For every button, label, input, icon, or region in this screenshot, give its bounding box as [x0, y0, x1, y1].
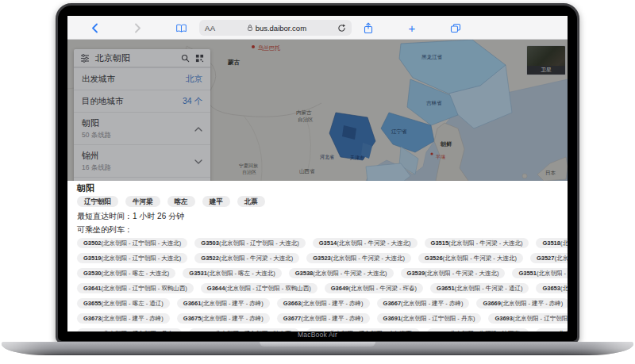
city-item-jinzhou[interactable]: 锦州 16 条线路	[74, 144, 210, 177]
share-icon	[364, 22, 373, 34]
search-query[interactable]: 北京朝阳	[95, 52, 175, 64]
station-tags: 辽宁朝阳 牛河梁 喀左 建平 北票	[77, 196, 558, 207]
train-chip[interactable]: G3538(北京朝阳 - 牛河梁 - 大连北)	[289, 268, 394, 278]
train-chip-row: G3641(北京朝阳 - 辽宁朝阳 - 双鸭山西)G3644(北京朝阳 - 辽宁…	[77, 283, 558, 293]
laptop-screen-frame: AA bus.daibor.com +	[56, 3, 579, 343]
city-item-chaoyang[interactable]: 朝阳 50 条线路	[74, 112, 210, 144]
station-tag[interactable]: 牛河梁	[125, 196, 160, 207]
station-tag[interactable]: 喀左	[167, 196, 195, 207]
train-chip[interactable]: G3675(北京朝阳 - 建平 - 赤峰)	[177, 313, 270, 324]
train-chip[interactable]: G3644(北京朝阳 - 辽宁朝阳 - 双鸭山西)	[201, 283, 318, 293]
station-tag[interactable]: 北票	[237, 196, 265, 207]
train-chip[interactable]: G3539(北京朝阳 - 牛河梁 - 大连北)	[401, 268, 506, 278]
chevron-right-icon	[134, 23, 141, 33]
train-chip[interactable]: G3661(北京朝阳 - 建平 - 赤峰)	[177, 298, 270, 308]
train-chip[interactable]: G3519(北京朝阳 - 辽宁朝阳 - 大连北)	[77, 253, 187, 263]
share-button[interactable]	[361, 16, 375, 40]
train-chip[interactable]: G3523(北京朝阳 - 牛河梁 - 大连北)	[306, 253, 411, 263]
search-icon[interactable]	[181, 54, 190, 63]
train-chip[interactable]: G3503(北京朝阳 - 辽宁朝阳 - 大连北)	[194, 238, 305, 248]
train-chip-rows: G3502(北京朝阳 - 辽宁朝阳 - 大连北)G3503(北京朝阳 - 辽宁朝…	[77, 238, 558, 331]
tabs-button[interactable]	[448, 16, 463, 40]
map-label: 吉林省	[426, 100, 442, 106]
city-name: 朝阳	[82, 117, 194, 129]
train-chip[interactable]: G3691(北京朝阳 - 辽宁朝阳 - 丹东)	[377, 313, 482, 324]
train-chip[interactable]: G3641(北京朝阳 - 辽宁朝阳 - 双鸭山西)	[77, 283, 194, 293]
train-chip[interactable]: G3663(北京朝阳 - 建平 - 赤峰)	[277, 298, 370, 308]
train-chip[interactable]: G3651(北京朝阳 - 牛河梁 - 通辽)	[430, 283, 529, 293]
departure-city-row[interactable]: 出发城市 北京	[74, 67, 210, 90]
lock-icon	[247, 24, 253, 32]
train-chip[interactable]: G3653(北京朝阳 - 辽宁朝阳 - 通辽)	[536, 283, 568, 293]
destination-count-label: 目的地城市	[82, 96, 124, 107]
back-button[interactable]	[88, 16, 101, 40]
train-chip[interactable]: G3673(北京朝阳 - 建平 - 赤峰)	[77, 313, 170, 324]
city-route-count: 16 条线路	[82, 163, 194, 173]
train-chip-row: G3530(北京朝阳 - 喀左 - 大连北)G3531(北京朝阳 - 喀左 - …	[77, 268, 558, 278]
train-chip[interactable]: G3502(北京朝阳 - 辽宁朝阳 - 大连北)	[77, 238, 187, 248]
map-label: 天津市	[350, 155, 364, 160]
map-label: 河北省	[320, 154, 334, 160]
reader-button[interactable]: AA	[205, 24, 216, 33]
satellite-label: 卫星	[527, 66, 565, 75]
satellite-toggle[interactable]: 卫星	[526, 45, 566, 75]
train-chip[interactable]: G3667(北京朝阳 - 建平 - 赤峰)	[377, 298, 470, 308]
browser-toolbar: AA bus.daibor.com +	[67, 16, 568, 40]
train-chip[interactable]: G3518(北京朝阳 - 辽宁朝阳 - 大连北)	[536, 238, 568, 248]
trains-list-label: 可乘坐的列车：	[77, 225, 558, 235]
train-chip[interactable]: G3669(北京朝阳 - 建平 - 赤峰)	[476, 298, 568, 308]
browser-window: AA bus.daibor.com +	[67, 16, 568, 331]
sidebar-header: 北京朝阳	[74, 49, 210, 67]
station-tag[interactable]: 辽宁朝阳	[77, 196, 118, 207]
device-label: MacBook Air	[58, 331, 577, 339]
train-chip[interactable]: G3527(北京朝阳 - 牛河梁 - 大连北)	[530, 253, 568, 263]
map-label: 平壤	[436, 154, 445, 159]
train-chip[interactable]: G3531(北京朝阳 - 喀左 - 大连北)	[183, 268, 281, 278]
new-tab-button[interactable]: +	[406, 16, 418, 40]
details-city-title: 朝阳	[77, 183, 558, 193]
city-item-dalian[interactable]: 大连 18 条线路	[74, 177, 210, 181]
station-tag[interactable]: 建平	[202, 196, 230, 207]
map-label: 乌兰巴托	[258, 45, 280, 51]
map-label: 内蒙古	[296, 109, 312, 116]
map-label: 宁夏回族	[239, 163, 258, 169]
bookmarks-button[interactable]	[174, 16, 188, 40]
train-chip[interactable]: G3693(北京朝阳 - 辽宁朝阳 - 丹东)	[488, 313, 568, 324]
route-details-panel: 朝阳 辽宁朝阳 牛河梁 喀左 建平 北票 最短直达时间：1 小时 26 分钟 可…	[67, 181, 568, 331]
pyongyang-marker	[430, 152, 433, 155]
map-label: 自治区	[242, 169, 256, 175]
train-chip[interactable]: G3530(北京朝阳 - 喀左 - 大连北)	[77, 268, 175, 278]
train-chip[interactable]: G3515(北京朝阳 - 牛河梁 - 大连北)	[425, 238, 529, 248]
map-label: 山西省	[299, 168, 315, 174]
train-chip[interactable]: G3526(北京朝阳 - 牛河梁 - 大连北)	[418, 253, 523, 263]
train-chip[interactable]: G3677(北京朝阳 - 建平 - 赤峰)	[277, 313, 370, 324]
grid-icon[interactable]	[195, 54, 204, 63]
train-chip[interactable]: G3551(北京朝阳 - 喀左 - 鞍山西)	[512, 268, 568, 278]
route-sidebar: 北京朝阳 出发城市 北京 目的地城市 34 个	[74, 49, 210, 181]
url-text-wrap: bus.daibor.com	[216, 24, 337, 33]
map-label: 蒙古	[227, 59, 241, 66]
train-chip[interactable]: G3514(北京朝阳 - 牛河梁 - 大连北)	[313, 238, 418, 248]
train-chip[interactable]: G3655(北京朝阳 - 喀左 - 通辽)	[77, 298, 170, 308]
filter-icon[interactable]	[80, 54, 90, 63]
map-label: 朝鲜	[440, 141, 452, 148]
chevron-up-icon[interactable]	[194, 127, 202, 132]
url-field[interactable]: AA bus.daibor.com	[199, 20, 352, 36]
train-chip[interactable]: G3649(北京朝阳 - 牛河梁 - 珲春)	[325, 283, 423, 293]
forward-button[interactable]	[131, 16, 144, 40]
chevron-down-icon[interactable]	[194, 159, 202, 164]
departure-city-value[interactable]: 北京	[186, 74, 202, 85]
chevron-left-icon	[91, 23, 98, 33]
reload-icon[interactable]	[337, 24, 346, 33]
city-route-count: 50 条线路	[82, 131, 194, 140]
laptop-base-notch	[260, 342, 375, 347]
train-chip[interactable]: G3522(北京朝阳 - 牛河梁 - 大连北)	[194, 253, 299, 263]
macbook-mockup: { "device": { "label": "MacBook Air" }, …	[0, 0, 635, 364]
departure-city-label: 出发城市	[82, 74, 115, 85]
city-name: 锦州	[82, 150, 194, 162]
map-region[interactable]: 乌兰巴托 蒙古 内蒙古 自治区 宁夏回族 自治区 山西省 河北省 天津市 黑龙江…	[67, 40, 568, 181]
train-chip-row: G3519(北京朝阳 - 辽宁朝阳 - 大连北)G3522(北京朝阳 - 牛河梁…	[77, 253, 558, 263]
tabs-icon	[450, 23, 461, 33]
destination-count-value[interactable]: 34 个	[183, 96, 202, 107]
destination-count-row[interactable]: 目的地城市 34 个	[74, 90, 210, 112]
